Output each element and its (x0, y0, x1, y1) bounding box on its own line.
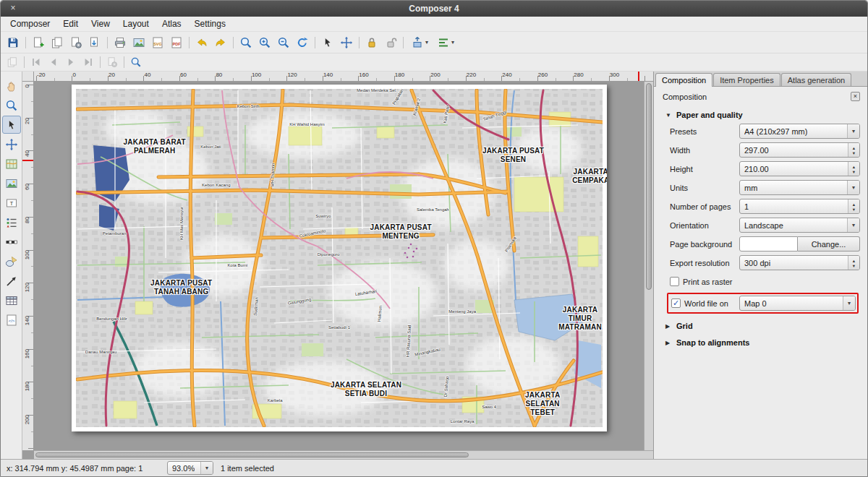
world-file-checkbox[interactable]: ✓ (671, 298, 681, 308)
cursor-position-marker (638, 72, 639, 81)
menu-item[interactable]: Atlas (156, 17, 188, 30)
menu-item[interactable]: Edit (56, 17, 85, 30)
add-basic-shape-tool[interactable] (2, 252, 21, 270)
height-spinbox[interactable]: 210.00 ▴▾ (739, 161, 860, 176)
number-of-pages-label: Number of pages (670, 202, 733, 211)
page-background-change-button[interactable]: Change... (798, 236, 860, 252)
map-item[interactable] (72, 85, 607, 431)
section-grid[interactable]: ▶ Grid (661, 318, 860, 335)
export-as-pdf-button[interactable] (167, 34, 186, 51)
page-background-swatch[interactable] (739, 236, 798, 252)
move-item-content-tool[interactable] (2, 135, 21, 153)
tab-composition[interactable]: Composition (655, 73, 712, 87)
separator (400, 34, 407, 51)
separator (22, 34, 29, 51)
export-resolution-spinbox[interactable]: 300 dpi ▴▾ (739, 255, 860, 270)
export-as-svg-button[interactable] (148, 34, 167, 51)
atlas-previous-feature-button[interactable] (45, 55, 62, 70)
zoom-in-button[interactable] (255, 34, 274, 51)
triangle-right-icon: ▶ (665, 340, 671, 346)
add-legend-tool[interactable] (2, 213, 21, 231)
save-as-template-button[interactable] (4, 55, 21, 70)
composer-window: × Composer 4 ComposerEditViewLayoutAtlas… (0, 0, 868, 477)
raise-selected-items-button[interactable] (407, 34, 433, 51)
presets-select[interactable]: A4 (210x297 mm) ▾ (739, 124, 860, 139)
add-arrow-tool[interactable] (2, 272, 21, 290)
duplicate-composition-button[interactable] (48, 34, 67, 51)
load-from-template-button[interactable] (85, 34, 104, 51)
add-attribute-table-tool[interactable] (2, 291, 21, 309)
atlas-last-feature-button[interactable] (80, 55, 97, 70)
print-button[interactable] (111, 34, 129, 51)
vertical-scrollbar[interactable] (644, 82, 653, 450)
width-spinbox[interactable]: 297.00 ▴▾ (739, 142, 860, 158)
menu-item[interactable]: Settings (188, 17, 232, 30)
ruler-horizontal: -200204060801001201401601802002202402602… (34, 72, 653, 82)
pan-tool[interactable] (2, 77, 21, 95)
orientation-select[interactable]: Landscape ▾ (739, 218, 860, 233)
section-snap-to-alignments[interactable]: ▶ Snap to alignments (661, 335, 860, 351)
align-selected-items-button[interactable] (433, 34, 459, 51)
new-composition-button[interactable] (29, 34, 48, 51)
menu-item[interactable]: Composer (4, 17, 56, 30)
menu-item[interactable]: View (85, 17, 116, 30)
select-move-item-button[interactable] (318, 34, 337, 51)
refresh-view-button[interactable] (293, 34, 312, 51)
composition-manager-button[interactable] (67, 34, 85, 51)
horizontal-scrollbar[interactable] (34, 450, 653, 459)
zoom-tool[interactable] (2, 96, 21, 114)
zoom-out-button[interactable] (274, 34, 293, 51)
atlas-settings-button[interactable] (103, 55, 121, 70)
tab-atlas-generation[interactable]: Atlas generation (781, 73, 852, 86)
world-file-label: World file on (684, 299, 728, 308)
save-project-button[interactable] (4, 34, 22, 51)
zoom-select[interactable]: 93.0% ▾ (167, 461, 213, 475)
separator (121, 55, 127, 70)
composition-page[interactable]: Medan Merdeka Sel.Kebon SirihPrapatanTan… (72, 85, 607, 431)
units-select[interactable]: mm ▾ (739, 180, 860, 195)
lock-selected-items-button[interactable] (362, 34, 381, 51)
undo-button[interactable] (192, 34, 211, 51)
print-as-raster-label: Print as raster (683, 278, 732, 286)
ruler-corner (22, 72, 34, 82)
export-as-image-button[interactable] (129, 34, 148, 51)
menubar: ComposerEditViewLayoutAtlasSettings (1, 17, 867, 32)
move-item-content-button[interactable] (337, 34, 356, 51)
add-image-tool[interactable] (2, 174, 21, 192)
page-background-label: Page background (670, 240, 733, 249)
chevron-down-icon: ▾ (847, 124, 859, 138)
composition-canvas[interactable]: Medan Merdeka Sel.Kebon SirihPrapatanTan… (34, 82, 653, 450)
unlock-all-items-button[interactable] (381, 34, 400, 51)
atlas-next-feature-button[interactable] (62, 55, 80, 70)
redo-button[interactable] (211, 34, 230, 51)
separator (312, 34, 318, 51)
atlas-first-feature-button[interactable] (27, 55, 45, 70)
select-move-item-tool[interactable] (2, 116, 21, 134)
number-of-pages-spinbox[interactable]: 1 ▴▾ (739, 199, 860, 214)
add-label-tool[interactable] (2, 194, 21, 212)
add-new-map-tool[interactable] (2, 155, 21, 173)
preview-atlas-button[interactable] (127, 55, 145, 70)
menu-item[interactable]: Layout (116, 17, 156, 30)
separator (186, 34, 192, 51)
add-scalebar-tool[interactable] (2, 233, 21, 251)
spin-arrows-icon[interactable]: ▴▾ (848, 256, 859, 270)
zoom-full-button[interactable] (237, 34, 255, 51)
section-paper-and-quality[interactable]: ▼ Paper and quality (661, 107, 860, 124)
spin-arrows-icon[interactable]: ▴▾ (848, 143, 859, 157)
presets-label: Presets (670, 127, 733, 136)
panel-close-icon[interactable]: × (851, 92, 860, 101)
horizontal-scrollbar-thumb[interactable] (35, 452, 469, 457)
panel-tabs: CompositionItem PropertiesAtlas generati… (654, 72, 867, 87)
annotation-red-box: ✓ World file on Map 0 ▾ (667, 293, 859, 314)
spin-arrows-icon[interactable]: ▴▾ (848, 199, 859, 213)
print-as-raster-checkbox[interactable] (670, 277, 679, 286)
window-close-button[interactable]: × (7, 2, 19, 14)
add-html-frame-tool[interactable] (2, 311, 21, 329)
spin-arrows-icon[interactable]: ▴▾ (848, 162, 859, 176)
item-toolbox (1, 72, 22, 459)
world-file-map-select[interactable]: Map 0 ▾ (739, 296, 856, 311)
tab-item-properties[interactable]: Item Properties (713, 73, 780, 86)
chevron-down-icon: ▾ (200, 462, 213, 474)
vertical-scrollbar-thumb[interactable] (646, 83, 652, 290)
